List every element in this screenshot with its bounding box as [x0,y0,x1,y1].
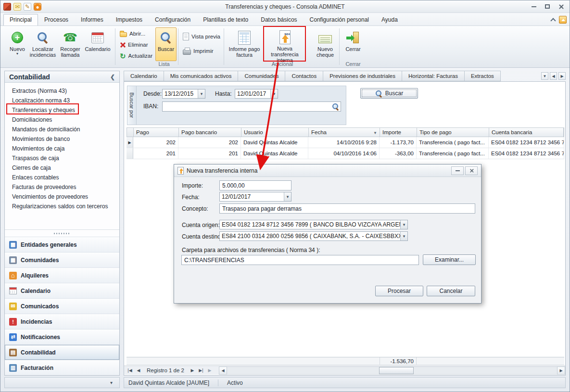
nav-contabilidad[interactable]: ▤ Contabilidad [5,344,119,360]
column-header-tipo-pago[interactable]: Tipo de pago [417,128,489,137]
horizontal-scrollbar[interactable]: ◀ ▶ [219,367,565,375]
feed-icon[interactable] [34,3,41,11]
carpeta-input[interactable] [181,255,419,265]
doc-tab-comunidades[interactable]: Comunidades [238,71,285,81]
sidebar-item-movimientos-caja[interactable]: Movimientos de caja [5,144,119,153]
vista-previa-button[interactable]: Vista previa [181,32,222,41]
doc-tab-contactos[interactable]: Contactos [285,71,323,81]
restore-button[interactable] [541,2,554,11]
doc-tab-previsiones[interactable]: Previsiones de industriales [323,71,402,81]
mail-icon[interactable]: ✉ [13,3,21,11]
eliminar-button[interactable]: Eliminar [118,40,150,50]
last-record-button[interactable] [197,367,205,375]
sidebar-options-chevron-icon[interactable]: ▾ [110,380,113,385]
tab-list-dropdown-icon[interactable]: ▼ [541,72,548,80]
chevron-down-icon[interactable] [400,220,407,229]
sidebar-item-vencimientos-proveedores[interactable]: Vencimientos de proveedores [5,192,119,202]
nuevo-button[interactable]: Nuevo [6,27,28,61]
chevron-down-icon[interactable] [198,89,205,98]
sidebar-item-extractos[interactable]: Extractos (Norma 43) [5,86,119,96]
sidebar-item-localizacion[interactable]: Localización norma 43 [5,96,119,105]
grid-row[interactable]: 202 202 David Quintas Alcalde 14/10/2016… [127,137,564,148]
fecha-date-picker[interactable]: 12/01/2017 [219,192,291,202]
sidebar-item-regularizaciones[interactable]: Regularizaciones saldos con terceros [5,202,119,211]
sidebar-splitter[interactable] [5,229,119,237]
iban-search-icon[interactable] [331,102,340,111]
column-header-cuenta-bancaria[interactable]: Cuenta bancaria [489,128,564,137]
recoger-llamada-button[interactable]: ☎ Recoger llamada [58,27,83,61]
desde-date-picker[interactable]: 13/12/2015 [162,89,205,99]
search-panel-caption[interactable]: Buscar por [127,86,137,125]
buscar-button[interactable]: Buscar [360,88,418,99]
buscar-ribbon-button[interactable]: Buscar [155,27,177,61]
examinar-button[interactable]: Examinar... [423,254,476,265]
close-button[interactable] [554,2,568,11]
doc-tab-mis-comunicados[interactable]: Mis comunicados activos [164,71,238,81]
column-header-usuario[interactable]: Usuario [241,128,309,137]
grid-row[interactable]: 201 201 David Quintas Alcalde 04/10/2016… [127,148,564,159]
ribbon-tab-informes[interactable]: Informes [75,14,110,25]
actualizar-button[interactable]: ↻ Actualizar [118,51,154,61]
ribbon-tab-principal[interactable]: Principal [3,14,38,25]
doc-tab-horizontal-facturas[interactable]: Horizontal: Facturas [402,71,464,81]
nav-incidencias[interactable]: ! Incidencias [5,314,119,329]
cuenta-destino-combo[interactable]: ES84 2100 0314 2800 0256 9856 ( CAIXABAN… [219,231,408,241]
sidebar-item-enlaces-contables[interactable]: Enlaces contables [5,173,119,182]
chevron-down-icon[interactable] [284,192,291,201]
ribbon-tab-plantillas[interactable]: Plantillas de texto [197,14,254,25]
nav-calendario[interactable]: Calendario [5,283,119,298]
dialog-close-button[interactable] [465,166,478,175]
tab-scroll-right-icon[interactable]: ▶ [558,72,566,80]
column-header-pago-bancario[interactable]: Pago bancario [179,128,241,137]
notes-icon[interactable]: ✎ [24,3,31,11]
nuevo-cheque-button[interactable]: Nuevo cheque [312,27,338,61]
sidebar-item-cierres-caja[interactable]: Cierres de caja [5,163,119,173]
sidebar-item-movimientos-banco[interactable]: Movimientos de banco [5,134,119,144]
hasta-date-picker[interactable]: 12/01/2017 [235,89,278,99]
nav-comunicados[interactable]: ✉ Comunicados [5,298,119,314]
column-header-pago[interactable]: Pago [134,128,179,137]
sidebar-item-facturas-proveedores[interactable]: Facturas de proveedores [5,182,119,192]
localizar-incidencias-button[interactable]: Localizar incidencias [29,27,56,61]
iban-input[interactable] [162,101,341,112]
next-record-button[interactable] [188,367,197,375]
nueva-transferencia-interna-button[interactable]: N34 Nueva transferecia interna [265,27,305,61]
nav-comunidades[interactable]: ▦ Comunidades [5,252,119,267]
ribbon-tab-procesos[interactable]: Procesos [38,14,75,25]
sidebar-item-transferencias-cheques[interactable]: Tranferencias y cheques [5,105,119,115]
collapse-ribbon-icon[interactable] [550,18,556,23]
scrollbar-thumb[interactable] [379,367,414,374]
cuenta-origen-combo[interactable]: ES04 0182 1234 8712 3456 7899 ( BANCO BI… [219,220,408,229]
procesar-button[interactable]: Procesar [375,286,423,296]
quick-style-icon[interactable] [559,16,567,24]
next-page-button[interactable] [205,367,214,375]
first-record-button[interactable] [126,367,134,375]
ribbon-tab-datos-basicos[interactable]: Datos básicos [254,14,303,25]
ribbon-tab-impuestos[interactable]: Impuestos [110,14,149,25]
sidebar-item-traspasos-caja[interactable]: Traspasos de caja [5,153,119,163]
concepto-input[interactable] [219,203,475,214]
scroll-right-icon[interactable]: ▶ [557,367,565,375]
dialog-minim ize-button[interactable] [451,166,464,175]
doc-tab-calendario[interactable]: Calendario [124,71,164,81]
sidebar-collapse-icon[interactable]: ❮ [110,74,115,80]
ribbon-tab-configuracion[interactable]: Configuración [149,14,197,25]
chevron-down-icon[interactable] [270,89,278,98]
column-header-importe[interactable]: Importe [380,128,417,137]
nav-facturacion[interactable]: ▥ Facturación [5,360,119,375]
scroll-left-icon[interactable]: ◀ [219,367,227,375]
doc-tab-extractos[interactable]: Extractos [464,71,501,81]
calendario-button[interactable]: Calendario [84,27,112,61]
cancelar-button[interactable]: Cancelar [427,286,475,296]
sidebar-item-mandatos[interactable]: Mandatos de domiciliación [5,125,119,134]
minimize-button[interactable] [527,2,541,11]
informe-pago-factura-button[interactable]: Informe pago factura [227,27,262,61]
ribbon-tab-configuracion-personal[interactable]: Configuración personal [304,14,375,25]
previous-record-button[interactable] [134,367,143,375]
imprimir-button[interactable]: Imprimir [181,46,215,56]
column-header-fecha[interactable]: Fecha [309,128,380,137]
app-icon[interactable] [3,3,11,11]
nav-entidades-generales[interactable]: ▦ Entidades generales [5,237,119,252]
cerrar-button[interactable]: Cerrar [341,27,365,61]
importe-input[interactable] [219,180,291,190]
